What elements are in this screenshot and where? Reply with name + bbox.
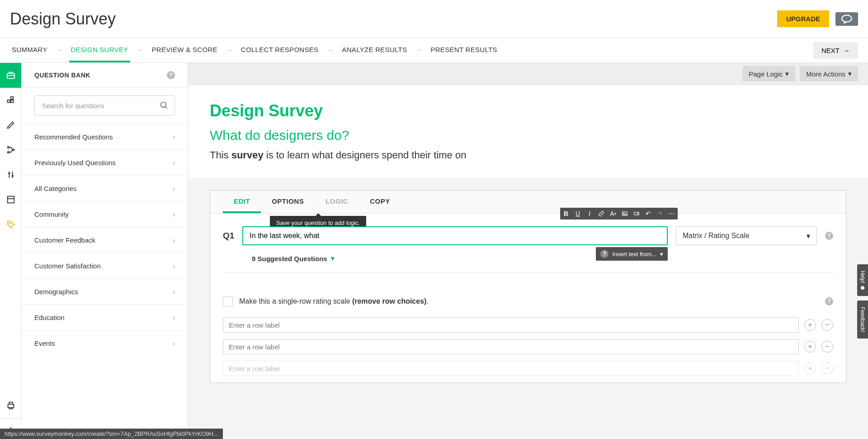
svg-rect-3: [11, 100, 14, 103]
tab-copy[interactable]: COPY: [359, 191, 401, 213]
redo-button[interactable]: ↷: [654, 208, 666, 220]
main-canvas: Page Logic▾ More Actions▾ Design Survey …: [188, 63, 868, 439]
insert-text-from-button[interactable]: ? Insert text from... ▾: [596, 247, 668, 261]
app-header: Design Survey UPGRADE: [0, 0, 868, 38]
add-row-button[interactable]: +: [804, 363, 816, 374]
link-button[interactable]: [595, 208, 607, 220]
category-all[interactable]: All Categories›: [22, 175, 188, 201]
sidebar-header: QUESTION BANK ?: [22, 63, 188, 87]
row-label-input[interactable]: [223, 317, 799, 333]
suggested-questions-button[interactable]: 9 Suggested Questions ▾: [252, 254, 833, 262]
category-demographics[interactable]: Demographics›: [22, 278, 188, 304]
category-community[interactable]: Community›: [22, 201, 188, 227]
help-icon: ?: [600, 250, 609, 258]
add-row-button[interactable]: +: [804, 341, 816, 353]
rail-builder[interactable]: [0, 88, 21, 113]
remove-row-button[interactable]: −: [821, 363, 833, 374]
category-label: Community: [34, 210, 69, 218]
category-events[interactable]: Events›: [22, 330, 188, 356]
chevron-right-icon: ›: [173, 314, 175, 321]
category-label: Previously Used Questions: [34, 159, 116, 167]
chevron-right-icon: ›: [173, 159, 175, 167]
tag-icon: [6, 220, 16, 229]
question-text-input[interactable]: [242, 226, 668, 245]
tab-options[interactable]: OPTIONS: [261, 191, 315, 213]
rail-options[interactable]: [0, 162, 21, 187]
chevron-right-icon: ›: [173, 185, 175, 192]
row-1: + −: [210, 317, 846, 339]
tab-design-survey[interactable]: DESIGN SURVEY: [69, 38, 130, 62]
page-logic-button[interactable]: Page Logic▾: [742, 66, 795, 81]
rail-print[interactable]: [0, 393, 21, 418]
print-icon: [6, 401, 16, 410]
rail-logic[interactable]: [0, 138, 21, 162]
caret-down-icon: ▾: [331, 254, 335, 262]
image-button[interactable]: [619, 208, 631, 220]
divider: [223, 272, 833, 273]
rail-tags[interactable]: [0, 212, 21, 237]
undo-button[interactable]: ↶: [642, 208, 654, 220]
rail-appearance[interactable]: [0, 113, 21, 138]
help-side-tab[interactable]: Help!: [857, 264, 868, 296]
category-customer-feedback[interactable]: Customer Feedback›: [22, 227, 188, 253]
video-button[interactable]: [631, 208, 642, 220]
svg-rect-8: [7, 196, 14, 203]
tab-collect-responses[interactable]: COLLECT RESPONSES: [239, 38, 321, 62]
tool-rail: [0, 63, 22, 439]
row-label-input[interactable]: [223, 339, 799, 354]
category-label: Customer Feedback: [34, 236, 95, 244]
rail-question-bank[interactable]: [0, 63, 21, 88]
question-type-select[interactable]: Matrix / Rating Scale ▾: [676, 226, 817, 245]
tab-analyze-results[interactable]: ANALYZE RESULTS: [340, 38, 409, 62]
arrow-icon: →: [56, 46, 63, 54]
remove-row-button[interactable]: −: [821, 319, 833, 331]
page-logic-label: Page Logic: [749, 70, 783, 78]
survey-description[interactable]: This survey is to learn what designers s…: [210, 149, 846, 161]
category-previously-used[interactable]: Previously Used Questions›: [22, 149, 188, 175]
survey-subtitle[interactable]: What do designers do?: [210, 128, 846, 143]
italic-button[interactable]: I: [584, 208, 595, 220]
feedback-side-tab[interactable]: Feedback!: [857, 301, 868, 339]
help-tab-label: Help!: [859, 271, 866, 283]
font-button[interactable]: A▾: [607, 208, 619, 220]
more-button[interactable]: ⋯: [666, 208, 678, 220]
chat-button[interactable]: [835, 12, 858, 26]
tab-present-results[interactable]: PRESENT RESULTS: [429, 38, 499, 62]
briefcase-icon: [6, 70, 16, 80]
category-label: Events: [34, 339, 55, 347]
bold-button[interactable]: B: [560, 208, 572, 220]
row-label-input[interactable]: [223, 361, 799, 376]
help-icon[interactable]: ?: [167, 71, 175, 79]
category-label: All Categories: [34, 185, 76, 192]
tab-logic[interactable]: LOGIC: [315, 191, 359, 213]
tab-edit[interactable]: EDIT: [223, 191, 261, 213]
tab-preview-score[interactable]: PREVIEW & SCORE: [150, 38, 219, 62]
single-row-checkbox[interactable]: [223, 296, 233, 306]
tab-summary[interactable]: SUMMARY: [10, 38, 49, 62]
workflow-nav: SUMMARY → DESIGN SURVEY → PREVIEW & SCOR…: [0, 38, 868, 63]
more-actions-button[interactable]: More Actions▾: [800, 66, 858, 81]
rail-format[interactable]: [0, 187, 21, 212]
editor-tabs: EDIT OPTIONS LOGIC COPY Save your questi…: [210, 191, 846, 214]
svg-point-11: [161, 102, 166, 108]
svg-rect-10: [8, 404, 14, 407]
next-button[interactable]: NEXT→: [813, 42, 858, 59]
remove-row-button[interactable]: −: [821, 341, 833, 353]
upgrade-button[interactable]: UPGRADE: [777, 10, 829, 27]
category-customer-satisfaction[interactable]: Customer Satisfaction›: [22, 253, 188, 278]
help-icon[interactable]: ?: [825, 297, 833, 305]
category-education[interactable]: Education›: [22, 304, 188, 330]
question-editor: EDIT OPTIONS LOGIC COPY Save your questi…: [210, 190, 846, 383]
layout-icon: [6, 195, 16, 205]
add-row-button[interactable]: +: [804, 319, 816, 331]
survey-title[interactable]: Design Survey: [210, 101, 846, 120]
help-icon[interactable]: ?: [825, 232, 833, 240]
svg-rect-2: [7, 100, 10, 103]
chevron-right-icon: ›: [173, 133, 175, 141]
chevron-right-icon: ›: [173, 288, 175, 296]
underline-button[interactable]: U: [572, 208, 584, 220]
svg-rect-14: [634, 212, 638, 215]
category-recommended[interactable]: Recommended Questions›: [22, 124, 188, 149]
search-input[interactable]: [34, 95, 175, 115]
arrow-right-icon: →: [843, 47, 850, 54]
